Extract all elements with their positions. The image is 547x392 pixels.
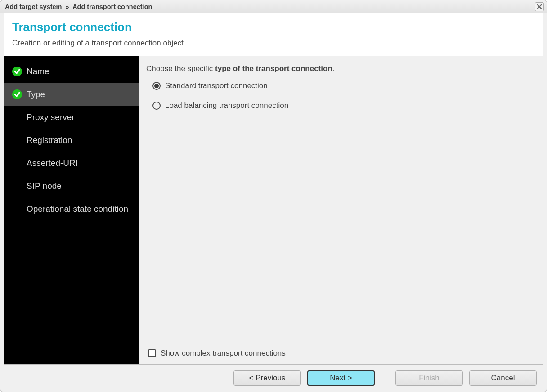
- breadcrumb-separator: »: [64, 3, 71, 10]
- wizard-step-sip-node[interactable]: SIP node: [4, 174, 139, 197]
- radio-label: Load balancing transport connection: [165, 101, 288, 110]
- transport-type-option[interactable]: Standard transport connection: [152, 81, 536, 90]
- previous-button[interactable]: < Previous: [233, 370, 301, 386]
- wizard-step-name[interactable]: Name: [4, 60, 139, 83]
- check-icon: [12, 67, 22, 76]
- dialog-titlebar: Add target system » Add transport connec…: [0, 0, 547, 13]
- wizard-footer: < Previous Next > Finish Cancel: [0, 365, 547, 392]
- close-button[interactable]: [535, 2, 544, 11]
- breadcrumb-part-2: Add transport connection: [72, 3, 152, 10]
- breadcrumb: Add target system » Add transport connec…: [5, 3, 152, 10]
- cancel-button[interactable]: Cancel: [469, 370, 537, 386]
- wizard-step-label: Asserted-URI: [27, 158, 78, 168]
- wizard-header: Transport connection Creation or editing…: [4, 13, 543, 56]
- wizard-step-label: Operational state condition: [27, 204, 128, 214]
- prompt-prefix: Choose the specific: [146, 64, 215, 73]
- prompt-text: Choose the specific type of the transpor…: [146, 64, 536, 73]
- page-title: Transport connection: [12, 20, 535, 34]
- radio-label: Standard transport connection: [165, 81, 268, 90]
- breadcrumb-part-1: Add target system: [5, 3, 62, 10]
- prompt-bold: type of the transport connection: [215, 64, 332, 73]
- wizard-content: Choose the specific type of the transpor…: [139, 56, 543, 364]
- transport-type-options: Standard transport connectionLoad balanc…: [146, 81, 536, 121]
- wizard-step-asserted-uri[interactable]: Asserted-URI: [4, 151, 139, 174]
- prompt-suffix: .: [332, 64, 335, 73]
- show-complex-label: Show complex transport connections: [161, 349, 286, 358]
- transport-type-option[interactable]: Load balancing transport connection: [152, 101, 536, 110]
- close-icon: [537, 4, 542, 9]
- wizard-step-proxy-server[interactable]: Proxy server: [4, 106, 139, 129]
- next-button[interactable]: Next >: [307, 370, 375, 386]
- wizard-dialog: Add target system » Add transport connec…: [0, 0, 547, 392]
- show-complex-checkbox[interactable]: [148, 349, 156, 357]
- radio-button[interactable]: [152, 82, 161, 90]
- wizard-step-label: Name: [27, 67, 49, 76]
- wizard-steps-sidebar: NameTypeProxy serverRegistrationAsserted…: [4, 56, 139, 364]
- wizard-step-label: Type: [27, 89, 45, 99]
- radio-button[interactable]: [152, 102, 161, 110]
- wizard-step-label: SIP node: [27, 181, 62, 191]
- wizard-step-type[interactable]: Type: [4, 83, 139, 106]
- wizard-step-label: Registration: [27, 135, 72, 145]
- wizard-step-registration[interactable]: Registration: [4, 129, 139, 151]
- wizard-body: NameTypeProxy serverRegistrationAsserted…: [4, 56, 543, 365]
- page-description: Creation or editing of a transport conne…: [12, 39, 535, 48]
- check-icon: [12, 89, 22, 99]
- wizard-step-operational-state-condition[interactable]: Operational state condition: [4, 197, 139, 220]
- wizard-step-label: Proxy server: [27, 112, 75, 122]
- finish-button: Finish: [395, 370, 463, 386]
- show-complex-checkbox-row[interactable]: Show complex transport connections: [146, 349, 536, 358]
